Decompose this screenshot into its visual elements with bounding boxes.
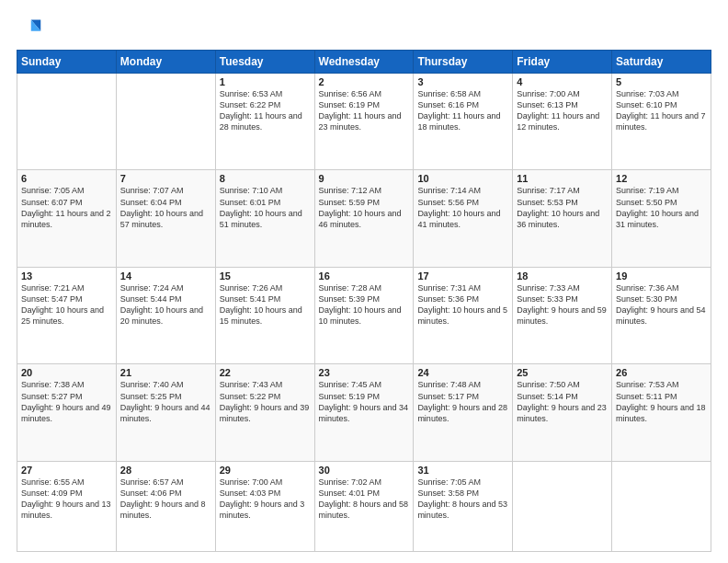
day-number: 14 xyxy=(120,270,211,282)
calendar-cell: 21Sunrise: 7:40 AMSunset: 5:25 PMDayligh… xyxy=(116,364,215,461)
day-number: 2 xyxy=(319,76,410,87)
day-number: 28 xyxy=(120,465,211,476)
logo xyxy=(17,17,46,42)
calendar-cell: 20Sunrise: 7:38 AMSunset: 5:27 PMDayligh… xyxy=(17,364,117,461)
day-detail: Sunrise: 7:45 AMSunset: 5:19 PMDaylight:… xyxy=(319,379,410,424)
day-number: 9 xyxy=(319,173,410,184)
weekday-header: Monday xyxy=(116,51,215,74)
day-detail: Sunrise: 7:05 AMSunset: 6:07 PMDaylight:… xyxy=(21,185,112,230)
calendar-cell: 22Sunrise: 7:43 AMSunset: 5:22 PMDayligh… xyxy=(215,364,314,461)
calendar-cell: 18Sunrise: 7:33 AMSunset: 5:33 PMDayligh… xyxy=(513,267,612,363)
calendar-cell: 1Sunrise: 6:53 AMSunset: 6:22 PMDaylight… xyxy=(215,74,314,170)
day-detail: Sunrise: 7:00 AMSunset: 6:13 PMDaylight:… xyxy=(517,88,608,133)
calendar-cell: 14Sunrise: 7:24 AMSunset: 5:44 PMDayligh… xyxy=(116,267,215,363)
day-detail: Sunrise: 7:36 AMSunset: 5:30 PMDaylight:… xyxy=(616,282,707,327)
day-detail: Sunrise: 7:05 AMSunset: 3:58 PMDaylight:… xyxy=(417,477,508,522)
day-detail: Sunrise: 6:57 AMSunset: 4:06 PMDaylight:… xyxy=(120,477,211,522)
header-row: SundayMondayTuesdayWednesdayThursdayFrid… xyxy=(17,51,711,74)
calendar-cell: 10Sunrise: 7:14 AMSunset: 5:56 PMDayligh… xyxy=(414,170,513,267)
day-detail: Sunrise: 6:56 AMSunset: 6:19 PMDaylight:… xyxy=(319,88,410,133)
day-detail: Sunrise: 7:10 AMSunset: 6:01 PMDaylight:… xyxy=(220,185,311,230)
calendar-cell: 28Sunrise: 6:57 AMSunset: 4:06 PMDayligh… xyxy=(116,461,215,551)
calendar-cell: 17Sunrise: 7:31 AMSunset: 5:36 PMDayligh… xyxy=(414,267,513,363)
day-number: 27 xyxy=(21,465,112,476)
header xyxy=(17,17,711,42)
day-number: 22 xyxy=(220,367,311,378)
calendar-cell xyxy=(513,461,612,551)
weekday-header: Wednesday xyxy=(314,51,414,74)
calendar-cell xyxy=(612,461,711,551)
day-number: 26 xyxy=(616,367,707,378)
day-detail: Sunrise: 7:31 AMSunset: 5:36 PMDaylight:… xyxy=(417,282,508,327)
calendar-cell: 23Sunrise: 7:45 AMSunset: 5:19 PMDayligh… xyxy=(314,364,414,461)
calendar-week-row: 13Sunrise: 7:21 AMSunset: 5:47 PMDayligh… xyxy=(17,267,711,363)
calendar-cell: 29Sunrise: 7:00 AMSunset: 4:03 PMDayligh… xyxy=(215,461,314,551)
day-number: 12 xyxy=(616,173,707,184)
day-detail: Sunrise: 7:53 AMSunset: 5:11 PMDaylight:… xyxy=(616,379,707,424)
calendar-cell xyxy=(17,74,117,170)
day-number: 15 xyxy=(220,270,311,282)
day-detail: Sunrise: 6:55 AMSunset: 4:09 PMDaylight:… xyxy=(21,477,112,522)
day-number: 8 xyxy=(220,173,311,184)
day-number: 3 xyxy=(417,76,508,87)
day-detail: Sunrise: 7:19 AMSunset: 5:50 PMDaylight:… xyxy=(616,185,707,230)
calendar-cell xyxy=(116,74,215,170)
day-detail: Sunrise: 6:58 AMSunset: 6:16 PMDaylight:… xyxy=(417,88,508,133)
calendar-cell: 12Sunrise: 7:19 AMSunset: 5:50 PMDayligh… xyxy=(612,170,711,267)
calendar-cell: 7Sunrise: 7:07 AMSunset: 6:04 PMDaylight… xyxy=(116,170,215,267)
calendar-cell: 19Sunrise: 7:36 AMSunset: 5:30 PMDayligh… xyxy=(612,267,711,363)
weekday-header: Thursday xyxy=(414,51,513,74)
day-number: 25 xyxy=(517,367,608,378)
calendar-cell: 27Sunrise: 6:55 AMSunset: 4:09 PMDayligh… xyxy=(17,461,117,551)
day-detail: Sunrise: 7:48 AMSunset: 5:17 PMDaylight:… xyxy=(417,379,508,424)
day-number: 20 xyxy=(21,367,112,378)
calendar-cell: 6Sunrise: 7:05 AMSunset: 6:07 PMDaylight… xyxy=(17,170,117,267)
calendar-week-row: 6Sunrise: 7:05 AMSunset: 6:07 PMDaylight… xyxy=(17,170,711,267)
calendar-cell: 13Sunrise: 7:21 AMSunset: 5:47 PMDayligh… xyxy=(17,267,117,363)
day-detail: Sunrise: 7:43 AMSunset: 5:22 PMDaylight:… xyxy=(220,379,311,424)
calendar-table: SundayMondayTuesdayWednesdayThursdayFrid… xyxy=(17,50,711,552)
calendar-cell: 26Sunrise: 7:53 AMSunset: 5:11 PMDayligh… xyxy=(612,364,711,461)
day-number: 6 xyxy=(21,173,112,184)
day-number: 4 xyxy=(517,76,608,87)
calendar-cell: 25Sunrise: 7:50 AMSunset: 5:14 PMDayligh… xyxy=(513,364,612,461)
calendar-week-row: 27Sunrise: 6:55 AMSunset: 4:09 PMDayligh… xyxy=(17,461,711,551)
day-number: 19 xyxy=(616,270,707,282)
weekday-header: Friday xyxy=(513,51,612,74)
day-number: 21 xyxy=(120,367,211,378)
day-detail: Sunrise: 7:50 AMSunset: 5:14 PMDaylight:… xyxy=(517,379,608,424)
day-number: 5 xyxy=(616,76,707,87)
day-detail: Sunrise: 7:00 AMSunset: 4:03 PMDaylight:… xyxy=(220,477,311,522)
day-detail: Sunrise: 7:40 AMSunset: 5:25 PMDaylight:… xyxy=(120,379,211,424)
calendar-cell: 16Sunrise: 7:28 AMSunset: 5:39 PMDayligh… xyxy=(314,267,414,363)
calendar-cell: 30Sunrise: 7:02 AMSunset: 4:01 PMDayligh… xyxy=(314,461,414,551)
day-detail: Sunrise: 6:53 AMSunset: 6:22 PMDaylight:… xyxy=(220,88,311,133)
calendar-cell: 9Sunrise: 7:12 AMSunset: 5:59 PMDaylight… xyxy=(314,170,414,267)
calendar-cell: 15Sunrise: 7:26 AMSunset: 5:41 PMDayligh… xyxy=(215,267,314,363)
day-detail: Sunrise: 7:38 AMSunset: 5:27 PMDaylight:… xyxy=(21,379,112,424)
day-number: 24 xyxy=(417,367,508,378)
day-number: 29 xyxy=(220,465,311,476)
day-detail: Sunrise: 7:28 AMSunset: 5:39 PMDaylight:… xyxy=(319,282,410,327)
day-number: 23 xyxy=(319,367,410,378)
day-detail: Sunrise: 7:24 AMSunset: 5:44 PMDaylight:… xyxy=(120,282,211,327)
calendar-cell: 11Sunrise: 7:17 AMSunset: 5:53 PMDayligh… xyxy=(513,170,612,267)
calendar-cell: 4Sunrise: 7:00 AMSunset: 6:13 PMDaylight… xyxy=(513,74,612,170)
day-detail: Sunrise: 7:33 AMSunset: 5:33 PMDaylight:… xyxy=(517,282,608,327)
day-number: 10 xyxy=(417,173,508,184)
day-number: 16 xyxy=(319,270,410,282)
logo-icon xyxy=(17,17,42,42)
day-detail: Sunrise: 7:12 AMSunset: 5:59 PMDaylight:… xyxy=(319,185,410,230)
calendar-week-row: 1Sunrise: 6:53 AMSunset: 6:22 PMDaylight… xyxy=(17,74,711,170)
day-number: 18 xyxy=(517,270,608,282)
day-detail: Sunrise: 7:14 AMSunset: 5:56 PMDaylight:… xyxy=(417,185,508,230)
calendar-week-row: 20Sunrise: 7:38 AMSunset: 5:27 PMDayligh… xyxy=(17,364,711,461)
day-number: 7 xyxy=(120,173,211,184)
day-detail: Sunrise: 7:03 AMSunset: 6:10 PMDaylight:… xyxy=(616,88,707,133)
calendar-cell: 2Sunrise: 6:56 AMSunset: 6:19 PMDaylight… xyxy=(314,74,414,170)
day-number: 17 xyxy=(417,270,508,282)
day-number: 13 xyxy=(21,270,112,282)
calendar-cell: 3Sunrise: 6:58 AMSunset: 6:16 PMDaylight… xyxy=(414,74,513,170)
calendar-cell: 24Sunrise: 7:48 AMSunset: 5:17 PMDayligh… xyxy=(414,364,513,461)
day-number: 11 xyxy=(517,173,608,184)
